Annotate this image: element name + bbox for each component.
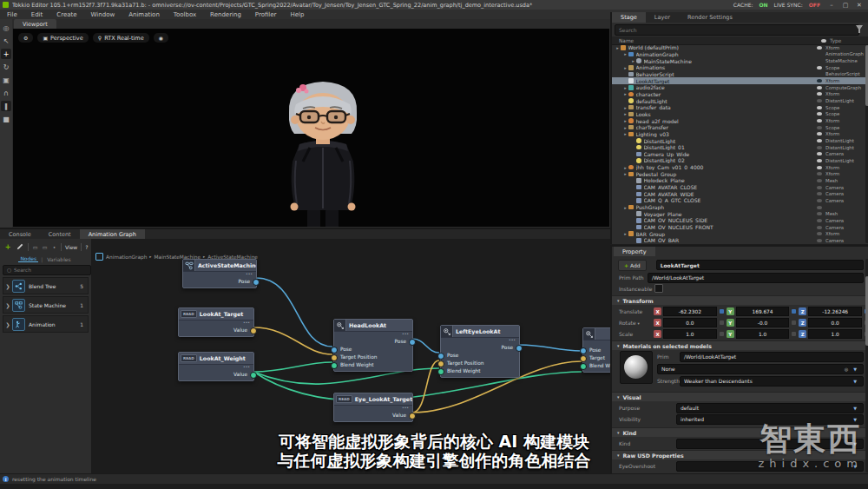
visibility-eye-icon[interactable] <box>813 232 825 235</box>
stage-row-CAM_OV_NUCLEUS_FRONT[interactable]: CAM_OV_NUCLEUS_FRONTCamera <box>612 224 865 231</box>
input-port-Blend Weight[interactable] <box>437 368 444 375</box>
scale-x-field[interactable]: 1.0 <box>663 329 717 339</box>
visibility-eye-icon[interactable] <box>813 99 825 102</box>
expander-icon[interactable]: ▸ <box>622 205 628 210</box>
visibility-eye-icon[interactable] <box>813 219 825 222</box>
viewport-canvas[interactable]: ⚙ ▣ Perspective ♀ RTX Real-time ◉ <box>13 29 609 227</box>
stage-row-CAM_OV_BAR[interactable]: CAM_OV_BARCamera <box>612 237 865 244</box>
visibility-eye-icon[interactable] <box>813 166 825 169</box>
menu-animation[interactable]: Animation <box>122 11 167 18</box>
snap-tool[interactable]: ∩ <box>1 88 11 98</box>
visibility-eye-icon[interactable] <box>813 179 825 182</box>
purpose-dropdown[interactable]: default▼ <box>676 403 864 413</box>
filter-funnel-icon[interactable] <box>856 25 863 33</box>
visibility-eye-icon[interactable] <box>813 172 825 175</box>
add-button[interactable]: +Add <box>618 260 647 271</box>
stage-row-jhh_toy_Cam_v01_0_4000[interactable]: ▸jhh_toy_Cam_v01_0_4000Xform <box>612 164 865 171</box>
tab-stage[interactable]: Stage <box>612 12 646 23</box>
visual-section-header[interactable]: ▾Visual <box>612 392 868 401</box>
move-tool[interactable]: + <box>1 49 11 59</box>
scale-tool[interactable]: ▣ <box>1 75 11 85</box>
camera-selector[interactable]: ▣ Perspective <box>37 33 88 43</box>
visibility-eye-icon[interactable] <box>813 192 825 195</box>
visibility-eye-icon[interactable] <box>813 212 825 215</box>
maximize-button[interactable]: ▢ <box>840 2 851 9</box>
output-port-Value[interactable] <box>409 413 416 420</box>
prim-path-field[interactable]: /World/LookAtTarget <box>648 273 864 283</box>
frame-selection-icon[interactable]: ▭ <box>42 242 48 251</box>
scale-y-field[interactable]: 1.0 <box>736 329 790 339</box>
visibility-options-button[interactable]: ◉ <box>154 33 168 43</box>
view-menu[interactable]: View <box>65 244 77 250</box>
input-port-Blend Weight[interactable] <box>331 362 338 369</box>
viewport-settings-button[interactable]: ⚙ <box>18 33 33 43</box>
cursor-tool[interactable]: ↖ <box>1 36 11 46</box>
visibility-eye-icon[interactable] <box>813 79 825 83</box>
visibility-eye-icon[interactable] <box>813 86 825 89</box>
stage-row-charTransfer[interactable]: ▸charTransferScope <box>612 124 865 131</box>
expander-icon[interactable]: ▸ <box>622 118 628 123</box>
minimize-button[interactable]: – <box>826 2 837 9</box>
visibility-eye-icon[interactable] <box>813 126 825 129</box>
menu-file[interactable]: File <box>0 11 24 18</box>
stage-row-BAR_Group[interactable]: ▸BAR_GroupXform <box>612 230 865 237</box>
anim-link-icon[interactable] <box>720 320 724 325</box>
visibility-eye-icon[interactable] <box>813 239 825 242</box>
edit-button[interactable] <box>16 242 24 251</box>
menu-window[interactable]: Window <box>84 11 122 18</box>
output-port-Pose[interactable] <box>253 279 260 286</box>
column-name[interactable]: Name <box>612 38 818 43</box>
rotate-x-field[interactable]: 0.0 <box>663 318 717 327</box>
stage-row-CAM_OV_NUCLEUS_SIDE[interactable]: CAM_OV_NUCLEUS_SIDECamera <box>612 217 865 224</box>
graph-node-partial[interactable]: •••PoseTargetBlend W <box>582 327 610 373</box>
stage-row-Looks[interactable]: ▸LooksScope <box>612 111 865 118</box>
stage-row-LookAtTarget[interactable]: LookAtTargetXform <box>612 77 865 84</box>
expander-icon[interactable]: ▸ <box>622 125 628 130</box>
stage-row-Pedestal_Group[interactable]: ▸Pedestal_GroupXform <box>612 170 865 177</box>
expander-icon[interactable]: ▸ <box>622 111 628 116</box>
stage-row-Animations[interactable]: ▸AnimationsScope <box>612 64 865 71</box>
stage-row-Camera_Up_Wide[interactable]: Camera_Up_WideCamera <box>612 151 865 158</box>
target-picker-icon[interactable]: ◎ <box>845 367 851 372</box>
visibility-eye-icon[interactable] <box>813 132 825 135</box>
expander-icon[interactable]: ▸ <box>622 231 628 236</box>
stage-row-transfer_data[interactable]: ▸transfer_dataScope <box>612 104 865 111</box>
node-type-state-machine[interactable]: ❯State Machine1 <box>3 296 89 314</box>
visibility-eye-icon[interactable] <box>813 106 825 109</box>
stage-row-CAM_AVATAR_WIDE[interactable]: CAM_AVATAR_WIDECamera <box>612 190 865 197</box>
stage-search-input[interactable]: Search <box>615 24 859 36</box>
expander-icon[interactable]: ▸ <box>622 131 628 136</box>
graph-node-Eye_LookAt_Target[interactable]: READEye_LookAt_Target•••Value <box>333 393 413 422</box>
stage-row-CAM_Q_A_GTC_CLOSE[interactable]: CAM_Q_A_GTC_CLOSECamera <box>612 197 865 204</box>
stage-row-audio2face[interactable]: ▸audio2faceComputeGraph <box>612 84 865 91</box>
graph-node-HeadLookAt[interactable]: HeadLookAt•••PosePoseTarget PositionBlen… <box>333 319 413 372</box>
tab-layer[interactable]: Layer <box>646 12 679 23</box>
prim-name-field[interactable]: LookAtTarget <box>656 260 864 270</box>
expander-icon[interactable]: ▸ <box>622 65 628 70</box>
input-port-Blend W[interactable] <box>580 363 587 370</box>
anim-link-icon[interactable] <box>720 309 724 314</box>
material-dropdown[interactable]: None ◎ ▼ <box>657 364 864 374</box>
anim-link-icon[interactable] <box>792 320 796 325</box>
expander-icon[interactable]: ❯ <box>3 302 12 308</box>
stage-row-Voyager_Plane[interactable]: Voyager_PlaneMesh <box>612 210 865 217</box>
tab-render-settings[interactable]: Render Settings <box>679 12 741 23</box>
strength-dropdown[interactable]: Weaker than Descendants ▼ <box>680 376 864 387</box>
graph-node-LookAt_Weight[interactable]: READLookAt_Weight•••Value <box>178 352 254 381</box>
visibility-eye-icon[interactable] <box>813 112 825 116</box>
column-type[interactable]: Type <box>830 38 868 43</box>
stage-row-World (defaultPrim)[interactable]: ▸World (defaultPrim)Xform <box>612 44 865 51</box>
stage-row-defaultLight[interactable]: defaultLightDistantLight <box>612 97 865 104</box>
materials-section-header[interactable]: ▾Materials on selected models <box>612 340 868 350</box>
select-tool[interactable]: ◎ <box>1 23 11 33</box>
stage-row-Lighting_v03[interactable]: ▸Lighting_v03Xform <box>612 131 865 138</box>
menu-rendering[interactable]: Rendering <box>203 11 248 18</box>
rotate-z-field[interactable]: 0.0 <box>808 318 862 327</box>
menu-create[interactable]: Create <box>49 11 83 18</box>
output-port-Value[interactable] <box>250 372 257 379</box>
stage-row-DistantLight[interactable]: DistantLightDistantLight <box>612 137 865 144</box>
stage-row-PushGraph[interactable]: ▸PushGraph <box>612 204 865 211</box>
subtab-variables[interactable]: Variables <box>45 256 72 262</box>
add-node-button[interactable]: + <box>3 242 12 251</box>
rotate-tool[interactable]: ↻ <box>1 62 11 72</box>
